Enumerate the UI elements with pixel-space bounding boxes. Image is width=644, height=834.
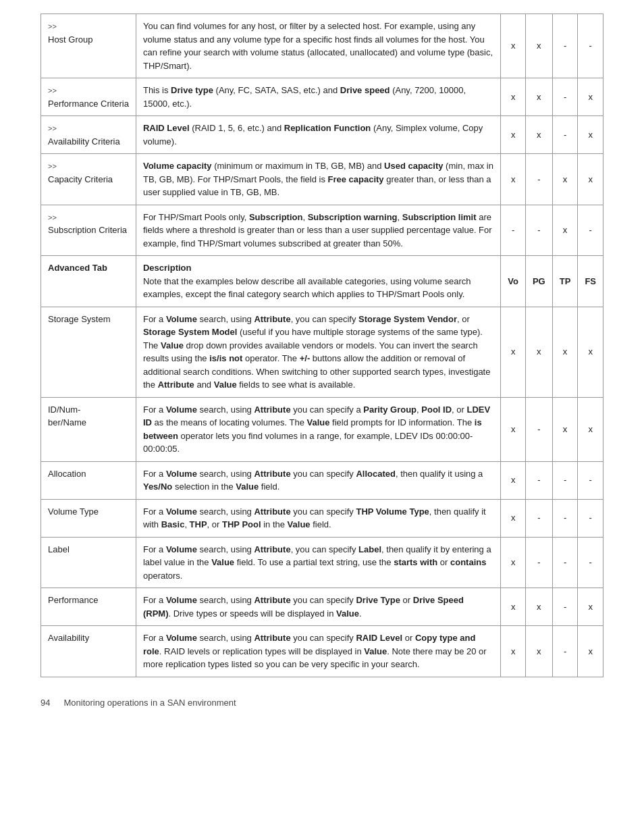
col-pg: - xyxy=(525,205,552,256)
col-fs: - xyxy=(578,205,603,256)
table-row: Advanced TabDescriptionNote that the exa… xyxy=(41,256,603,307)
col-tp: x xyxy=(552,205,578,256)
col-pg: - xyxy=(525,154,552,205)
row-desc: RAID Level (RAID 1, 5, 6, etc.) and Repl… xyxy=(136,116,500,154)
row-label: ID/Num-ber/Name xyxy=(41,397,136,461)
row-desc: For a Volume search, using Attribute you… xyxy=(136,461,500,499)
row-label: Storage System xyxy=(41,307,136,397)
col-pg: x xyxy=(525,116,552,154)
table-row: Storage SystemFor a Volume search, using… xyxy=(41,307,603,397)
col-vo: x xyxy=(501,397,526,461)
col-fs-header: FS xyxy=(578,256,603,307)
main-table: >>Host GroupYou can find volumes for any… xyxy=(41,14,603,677)
row-label: >>Capacity Criteria xyxy=(41,154,136,205)
row-desc: For a Volume search, using Attribute, yo… xyxy=(136,307,500,397)
row-desc: For a Volume search, using Attribute you… xyxy=(136,397,500,461)
col-fs: x xyxy=(578,588,603,626)
col-vo: x xyxy=(501,78,526,116)
row-desc: Volume capacity (minimum or maximum in T… xyxy=(136,154,500,205)
row-label: Availability xyxy=(41,626,136,677)
col-vo: - xyxy=(501,205,526,256)
table-row: PerformanceFor a Volume search, using At… xyxy=(41,588,603,626)
col-tp: - xyxy=(552,588,578,626)
col-tp: - xyxy=(552,499,578,537)
col-fs: x xyxy=(578,307,603,397)
col-tp: - xyxy=(552,626,578,677)
table-row: >>Host GroupYou can find volumes for any… xyxy=(41,14,603,78)
col-vo-header: Vo xyxy=(501,256,526,307)
col-pg: - xyxy=(525,499,552,537)
row-label: Performance xyxy=(41,588,136,626)
col-tp: - xyxy=(552,78,578,116)
col-vo: x xyxy=(501,537,526,588)
col-pg: x xyxy=(525,14,552,78)
row-label: >>Availability Criteria xyxy=(41,116,136,154)
col-vo: x xyxy=(501,116,526,154)
col-tp: - xyxy=(552,461,578,499)
row-desc: DescriptionNote that the examples below … xyxy=(136,256,500,307)
page-wrapper: >>Host GroupYou can find volumes for any… xyxy=(0,0,644,735)
col-vo: x xyxy=(501,626,526,677)
table-row: AvailabilityFor a Volume search, using A… xyxy=(41,626,603,677)
row-label: Advanced Tab xyxy=(41,256,136,307)
row-desc: For a Volume search, using Attribute you… xyxy=(136,499,500,537)
table-row: Volume TypeFor a Volume search, using At… xyxy=(41,499,603,537)
col-fs: x xyxy=(578,626,603,677)
col-fs: - xyxy=(578,14,603,78)
footer: 94 Monitoring operations in a SAN enviro… xyxy=(41,698,603,708)
footer-page-number: 94 xyxy=(41,698,50,708)
col-tp: - xyxy=(552,14,578,78)
footer-text: Monitoring operations in a SAN environme… xyxy=(63,698,236,708)
row-desc: For a Volume search, using Attribute, yo… xyxy=(136,537,500,588)
table-row: ID/Num-ber/NameFor a Volume search, usin… xyxy=(41,397,603,461)
table-row: AllocationFor a Volume search, using Att… xyxy=(41,461,603,499)
col-vo: x xyxy=(501,588,526,626)
col-tp: x xyxy=(552,154,578,205)
table-row: >>Performance CriteriaThis is Drive type… xyxy=(41,78,603,116)
col-pg-header: PG xyxy=(525,256,552,307)
col-fs: - xyxy=(578,499,603,537)
row-label: >>Subscription Criteria xyxy=(41,205,136,256)
row-label: Label xyxy=(41,537,136,588)
col-vo: x xyxy=(501,461,526,499)
col-pg: - xyxy=(525,537,552,588)
row-label: Allocation xyxy=(41,461,136,499)
col-fs: x xyxy=(578,78,603,116)
col-pg: x xyxy=(525,588,552,626)
col-tp: x xyxy=(552,307,578,397)
col-fs: - xyxy=(578,461,603,499)
col-fs: x xyxy=(578,116,603,154)
row-desc: For THP/Smart Pools only, Subscription, … xyxy=(136,205,500,256)
row-desc: This is Drive type (Any, FC, SATA, SAS, … xyxy=(136,78,500,116)
table-row: >>Availability CriteriaRAID Level (RAID … xyxy=(41,116,603,154)
col-pg: x xyxy=(525,626,552,677)
col-fs: x xyxy=(578,397,603,461)
row-label: >>Performance Criteria xyxy=(41,78,136,116)
col-fs: - xyxy=(578,537,603,588)
col-pg: - xyxy=(525,461,552,499)
row-label: Volume Type xyxy=(41,499,136,537)
col-vo: x xyxy=(501,307,526,397)
col-tp: - xyxy=(552,116,578,154)
row-label: >>Host Group xyxy=(41,14,136,78)
col-vo: x xyxy=(501,499,526,537)
col-pg: x xyxy=(525,307,552,397)
row-desc: For a Volume search, using Attribute you… xyxy=(136,626,500,677)
col-pg: - xyxy=(525,397,552,461)
col-vo: x xyxy=(501,154,526,205)
col-fs: x xyxy=(578,154,603,205)
table-row: LabelFor a Volume search, using Attribut… xyxy=(41,537,603,588)
col-tp-header: TP xyxy=(552,256,578,307)
col-tp: x xyxy=(552,397,578,461)
col-pg: x xyxy=(525,78,552,116)
row-desc: You can find volumes for any host, or fi… xyxy=(136,14,500,78)
table-row: >>Capacity CriteriaVolume capacity (mini… xyxy=(41,154,603,205)
col-vo: x xyxy=(501,14,526,78)
row-desc: For a Volume search, using Attribute you… xyxy=(136,588,500,626)
col-tp: - xyxy=(552,537,578,588)
table-row: >>Subscription CriteriaFor THP/Smart Poo… xyxy=(41,205,603,256)
